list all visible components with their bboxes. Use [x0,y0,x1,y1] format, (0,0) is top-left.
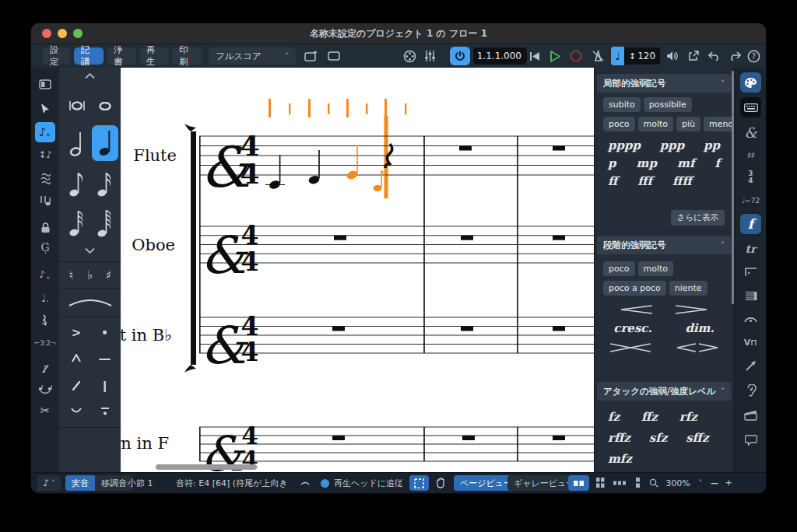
pitch-before-duration-icon[interactable]: Ģ [35,237,55,257]
sidebar-toggle-icon[interactable] [35,74,55,94]
key-signatures-icon[interactable]: ♯♯ [740,145,761,166]
share-icon[interactable] [686,47,701,65]
tie-icon[interactable] [35,380,55,400]
half-note-button[interactable] [64,128,90,159]
layout-select[interactable]: フルスコア ˅ [209,47,296,65]
dyn-mp[interactable]: mp [637,156,657,170]
zoom-in-button[interactable]: ＋ [722,475,735,491]
ornaments-icon[interactable]: tr [740,239,761,259]
quarter-note-button[interactable] [92,125,118,161]
zoom-level[interactable]: 300% [662,475,694,491]
show-more-button[interactable]: さらに表示 [671,210,725,226]
crescendo-hairpin[interactable] [620,305,654,314]
staccatissimo-button[interactable]: ❙ [92,374,118,397]
rest-icon[interactable] [35,310,55,330]
record-icon[interactable] [568,47,584,65]
score-horizontal-scrollbar[interactable] [156,464,257,470]
sharp-button[interactable]: ♯ [100,265,118,285]
accent-button[interactable]: > [62,321,90,345]
dyn-mfz[interactable]: mfz [608,452,632,466]
section-header[interactable]: 段階的強弱記号˅ [597,236,731,254]
section-header[interactable]: 局部的強弱記号˅ [597,74,731,93]
natural-button[interactable]: ♮ [62,265,80,285]
staccato-tenuto-button[interactable] [92,399,118,422]
tenuto-button[interactable]: — [92,346,118,369]
comments-icon[interactable] [740,430,761,450]
video-clapper-icon[interactable] [740,405,761,425]
pages-column-icon[interactable] [630,475,644,491]
note-input-icon[interactable]: ♪＋ [35,122,55,142]
tuplet-icon[interactable]: ⌐3:2¬ [35,333,55,353]
chip-possibile[interactable]: possibile [644,97,692,112]
flute-notes[interactable] [265,144,392,191]
tab-play[interactable]: 再生 [139,47,169,65]
chip-subito[interactable]: subito [603,97,641,112]
concert-pitch-button[interactable]: 実音 [65,475,95,491]
dyn-ffff[interactable]: ffff [672,174,692,188]
chip-niente[interactable]: niente [669,281,707,296]
chip-poco-a-poco[interactable]: poco a poco [603,281,666,296]
dyn-rffz[interactable]: rffz [608,431,630,445]
tempo-display[interactable]: ↕ 120 [624,47,660,65]
chip-molto[interactable]: molto [638,261,674,276]
play-icon[interactable] [547,47,563,65]
metronome-off-icon[interactable] [590,47,606,65]
bars-barlines-icon[interactable] [740,285,761,306]
marquee-tool-button[interactable] [409,475,429,491]
dyn-sfz[interactable]: sfz [649,431,667,445]
hand-tool-button[interactable] [430,475,450,491]
playback-techniques-icon[interactable] [740,380,761,401]
tab-write[interactable]: 記譜 [74,47,104,65]
dim-button[interactable]: dim. [685,321,714,335]
lines-icon[interactable] [740,355,761,376]
follow-playhead-toggle[interactable]: 再生ヘッドに追従 [321,475,403,491]
sixteenth-note-button[interactable] [92,169,118,200]
chip-meno[interactable]: meno [704,117,735,131]
dyn-ff[interactable]: ff [608,174,617,188]
chevron-down-icon[interactable] [81,245,98,256]
diminuendo-hairpin[interactable] [674,305,708,314]
slur-status-icon[interactable] [294,475,316,491]
marcato-button[interactable] [62,346,90,369]
spread-view-icon[interactable] [568,475,589,491]
video-icon[interactable] [401,47,418,65]
dyn-ppp[interactable]: ppp [660,138,684,152]
volume-icon[interactable] [664,47,681,65]
grace-note-icon[interactable]: ♪＋ [35,264,55,285]
cresc-button[interactable]: cresc. [613,321,651,335]
playback-power-button[interactable] [450,47,470,65]
time-signatures-icon[interactable]: 34 [740,167,761,187]
breve-button[interactable] [64,93,90,119]
help-icon[interactable]: ? [745,47,762,65]
tempo-note-icon[interactable]: ♩ [611,47,624,65]
palette-icon[interactable] [740,72,761,93]
lock-icon[interactable] [35,218,55,238]
dyn-pp[interactable]: pp [704,138,720,152]
chip-poco[interactable]: poco [603,261,635,276]
chevron-up-icon[interactable] [81,71,98,82]
holds-fermatas-icon[interactable] [740,309,761,329]
dyn-sffz[interactable]: sffz [686,431,708,445]
dyn-f[interactable]: f [715,156,720,170]
stress-button[interactable] [62,374,90,397]
note-options-dropdown[interactable]: ♪˅ [37,475,61,491]
mixer-icon[interactable] [421,47,438,65]
playing-techniques-icon[interactable]: V⊓ [740,332,761,352]
tab-setup[interactable]: 設定 [43,47,71,65]
tab-engrave[interactable]: 浄書 [107,47,136,65]
chip-piu[interactable]: più [676,117,700,131]
dyn-fz[interactable]: fz [608,410,620,424]
section-header[interactable]: アタックの強弱/強度レベル˅ [597,382,731,401]
single-window-button[interactable] [325,47,343,65]
pages-grid-icon[interactable] [592,475,609,491]
chip-poco[interactable]: poco [603,117,635,131]
new-tab-button[interactable] [301,47,320,65]
sixty-fourth-note-button[interactable] [92,208,118,239]
move-pitch-icon[interactable]: ↕♪ [35,145,55,165]
slur-button[interactable] [64,292,116,313]
zoom-out-button[interactable]: − [708,475,721,491]
chip-molto[interactable]: molto [638,117,674,131]
whole-note-button[interactable] [92,93,118,119]
redo-icon[interactable] [727,47,743,65]
dyn-fff[interactable]: fff [637,174,652,188]
